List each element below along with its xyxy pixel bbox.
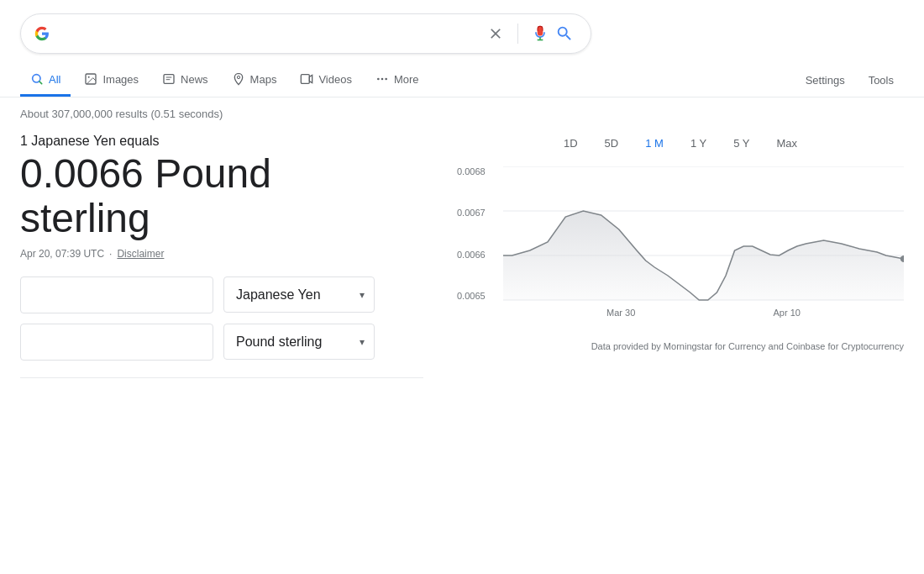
search-input[interactable]: YEN to GBP [56, 26, 484, 41]
tab-news[interactable]: News [152, 64, 218, 97]
chart-x-labels: Mar 30 Apr 10 [503, 308, 904, 318]
clear-search-button[interactable] [484, 22, 507, 45]
settings-button[interactable]: Settings [795, 66, 855, 95]
conversion-result: 0.0066 Pound sterling [20, 152, 423, 241]
chart-container: 0.0068 0.0067 0.0066 0.0065 [457, 166, 904, 318]
period-tab-5d[interactable]: 5D [598, 134, 626, 153]
all-tab-icon [30, 72, 44, 86]
from-currency-select[interactable]: Japanese Yen US Dollar Euro Pound sterli… [223, 276, 375, 313]
tab-videos-label: Videos [318, 73, 352, 86]
search-bar: YEN to GBP [20, 13, 591, 54]
period-tab-5y[interactable]: 5 Y [727, 134, 756, 153]
nav-right-actions: Settings Tools [795, 66, 904, 95]
data-credit: Data provided by Morningstar for Currenc… [457, 341, 904, 351]
equals-text: 1 Japanese Yen equals [20, 134, 423, 149]
tab-all-label: All [49, 73, 60, 86]
videos-tab-icon [300, 72, 313, 86]
chart-y-labels: 0.0068 0.0067 0.0066 0.0065 [457, 166, 486, 301]
tab-more-label: More [394, 73, 419, 86]
search-submit-button[interactable] [552, 21, 577, 46]
svg-point-8 [237, 76, 239, 78]
more-tab-icon [375, 72, 389, 86]
tab-more[interactable]: More [365, 64, 429, 97]
tab-all[interactable]: All [20, 64, 71, 97]
tab-videos[interactable]: Videos [290, 64, 362, 97]
search-icon [555, 24, 574, 43]
maps-tab-icon [232, 72, 245, 86]
timestamp-line: Apr 20, 07:39 UTC · Disclaimer [20, 248, 423, 260]
svg-point-4 [88, 76, 90, 78]
chart-panel: 1D 5D 1 M 1 Y 5 Y Max 0.0068 0.0067 0.00… [457, 134, 904, 378]
to-currency-select[interactable]: Pound sterling Japanese Yen US Dollar Eu… [223, 324, 375, 360]
to-amount-input[interactable]: 0.0066 [20, 324, 213, 361]
clear-icon [487, 25, 504, 42]
svg-point-11 [377, 78, 380, 81]
disclaimer-link[interactable]: Disclaimer [117, 248, 164, 260]
results-count: About 307,000,000 results (0.51 seconds) [0, 97, 924, 134]
svg-point-13 [385, 78, 387, 81]
tools-button[interactable]: Tools [858, 66, 904, 95]
nav-tabs: All Images News Maps Videos [0, 64, 924, 97]
from-currency-select-wrapper: Japanese Yen US Dollar Euro Pound sterli… [223, 276, 375, 313]
images-tab-icon [84, 72, 97, 86]
period-tab-1m[interactable]: 1 M [638, 134, 670, 153]
google-logo-icon [34, 26, 50, 41]
bottom-divider [20, 377, 423, 378]
main-content: 1 Japanese Yen equals 0.0066 Pound sterl… [0, 134, 924, 378]
tab-images-label: Images [102, 73, 139, 86]
search-area: YEN to GBP [0, 0, 924, 64]
period-tab-1y[interactable]: 1 Y [684, 134, 713, 153]
chart-svg [503, 166, 904, 301]
voice-search-button[interactable] [528, 22, 552, 45]
tab-maps[interactable]: Maps [222, 64, 287, 97]
svg-point-12 [381, 78, 384, 81]
to-currency-select-wrapper: Pound sterling Japanese Yen US Dollar Eu… [223, 324, 375, 360]
from-amount-input[interactable]: 1 [20, 276, 213, 313]
svg-rect-5 [164, 75, 174, 84]
to-currency-row: 0.0066 Pound sterling Japanese Yen US Do… [20, 324, 423, 361]
tab-news-label: News [181, 73, 208, 86]
svg-marker-10 [310, 75, 312, 82]
period-tab-1d[interactable]: 1D [557, 134, 585, 153]
microphone-icon [532, 25, 549, 42]
tab-maps-label: Maps [250, 73, 277, 86]
svg-rect-9 [302, 75, 310, 84]
tab-images[interactable]: Images [74, 64, 149, 97]
from-currency-row: 1 Japanese Yen US Dollar Euro Pound ster… [20, 276, 423, 313]
search-divider [517, 24, 518, 44]
chart-period-tabs: 1D 5D 1 M 1 Y 5 Y Max [457, 134, 904, 153]
converter-panel: 1 Japanese Yen equals 0.0066 Pound sterl… [20, 134, 423, 378]
news-tab-icon [162, 72, 176, 86]
chart-svg-area [503, 166, 904, 301]
period-tab-max[interactable]: Max [769, 134, 804, 153]
